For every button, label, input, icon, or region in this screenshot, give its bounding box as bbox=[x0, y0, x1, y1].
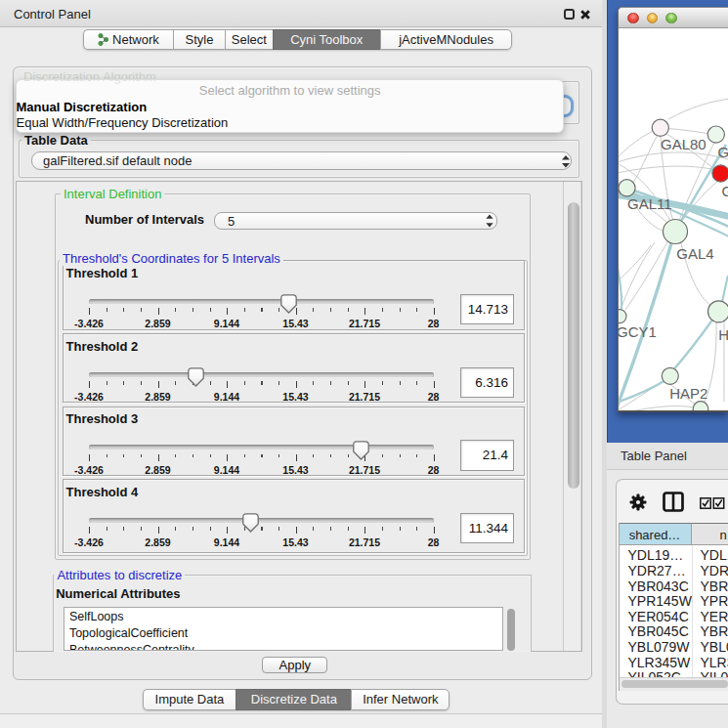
svg-text:GA: GA bbox=[718, 143, 728, 159]
svg-text:GAL80: GAL80 bbox=[661, 136, 707, 152]
svg-text:GCY1: GCY1 bbox=[619, 322, 657, 339]
svg-text:HI: HI bbox=[718, 325, 728, 342]
svg-text:GA: GA bbox=[721, 182, 728, 198]
svg-text:HAP2: HAP2 bbox=[669, 385, 707, 402]
svg-text:GAL11: GAL11 bbox=[627, 194, 672, 211]
svg-text:GAL4: GAL4 bbox=[676, 244, 713, 261]
